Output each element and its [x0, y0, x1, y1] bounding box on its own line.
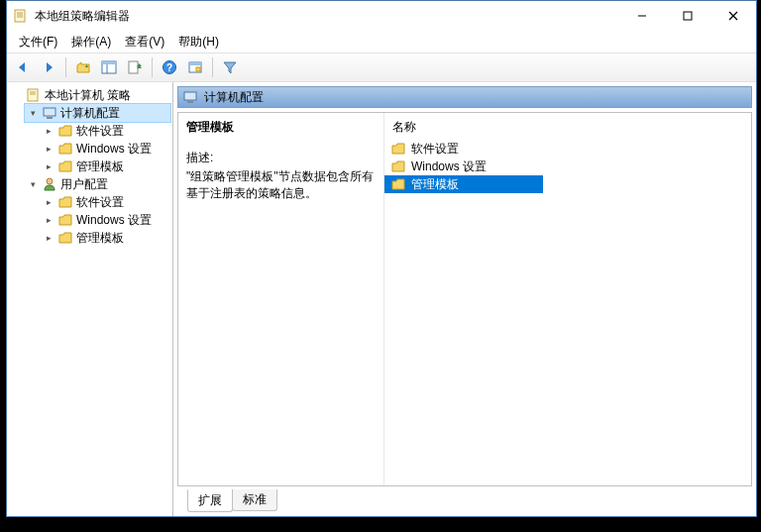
folder-icon — [57, 194, 73, 210]
title-bar: 本地组策略编辑器 — [7, 1, 756, 31]
chevron-right-icon[interactable]: ▸ — [43, 160, 54, 172]
menu-action[interactable]: 操作(A) — [65, 32, 117, 53]
list-item[interactable]: Windows 设置 — [384, 158, 751, 175]
chevron-down-icon[interactable]: ▾ — [27, 107, 39, 119]
column-header-name[interactable]: 名称 — [384, 115, 751, 140]
list-item-label: 软件设置 — [411, 141, 459, 158]
list-item-label: Windows 设置 — [411, 159, 487, 175]
detail-tabs: 扩展 标准 — [177, 490, 752, 512]
menu-bar: 文件(F) 操作(A) 查看(V) 帮助(H) — [7, 31, 756, 53]
detail-description-pane: 管理模板 描述: "组策略管理模板"节点数据包含所有基于注册表的策略信息。 — [178, 113, 384, 485]
tree-user-config[interactable]: ▾ 用户配置 — [25, 175, 170, 193]
export-button[interactable] — [123, 55, 147, 79]
svg-rect-23 — [184, 92, 196, 100]
minimize-button[interactable] — [619, 1, 665, 31]
detail-header-label: 计算机配置 — [204, 89, 264, 106]
up-button[interactable] — [71, 55, 95, 79]
close-button[interactable] — [710, 1, 756, 31]
policy-icon — [26, 87, 42, 103]
app-window: 本地组策略编辑器 文件(F) 操作(A) 查看(V) 帮助(H) — [6, 0, 757, 517]
list-item-label: 管理模板 — [411, 176, 459, 193]
tree-root[interactable]: ▸ 本地计算机 策略 — [9, 86, 170, 104]
description-label: 描述: — [186, 150, 376, 166]
computer-icon — [42, 105, 57, 121]
tree-software-settings[interactable]: ▸ 软件设置 — [41, 122, 170, 140]
list-item[interactable]: 管理模板 — [384, 175, 543, 193]
tree-label: Windows 设置 — [76, 141, 152, 158]
tree-windows-settings[interactable]: ▸ Windows 设置 — [41, 140, 170, 158]
menu-file[interactable]: 文件(F) — [13, 32, 63, 53]
user-icon — [42, 176, 57, 192]
window-title: 本地组策略编辑器 — [35, 8, 130, 25]
computer-icon — [182, 89, 198, 105]
tree-label: 用户配置 — [60, 176, 108, 193]
detail-list-pane: 名称 软件设置 Windows 设置 — [384, 113, 751, 485]
tree-user-admin-templates[interactable]: ▸ 管理模板 — [41, 229, 170, 247]
chevron-down-icon[interactable]: ▾ — [27, 178, 39, 190]
back-button[interactable] — [11, 55, 35, 79]
detail-pane: 计算机配置 管理模板 描述: "组策略管理模板"节点数据包含所有基于注册表的策略… — [173, 82, 756, 516]
folder-icon — [390, 141, 406, 157]
tab-extended[interactable]: 扩展 — [187, 489, 233, 512]
tree-user-software-settings[interactable]: ▸ 软件设置 — [41, 193, 170, 211]
detail-body: 管理模板 描述: "组策略管理模板"节点数据包含所有基于注册表的策略信息。 名称… — [177, 112, 752, 486]
toolbar-separator — [212, 57, 213, 77]
tree-user-windows-settings[interactable]: ▸ Windows 设置 — [41, 211, 170, 229]
show-hide-tree-button[interactable] — [97, 55, 121, 79]
tree-label: 管理模板 — [76, 230, 124, 247]
chevron-right-icon[interactable]: ▸ — [43, 214, 54, 226]
chevron-right-icon[interactable]: ▸ — [43, 143, 54, 155]
body: ▸ 本地计算机 策略 ▾ — [7, 82, 756, 516]
chevron-right-icon[interactable]: ▸ — [43, 232, 54, 244]
detail-header: 计算机配置 — [177, 86, 752, 108]
tree-admin-templates[interactable]: ▸ 管理模板 — [41, 158, 170, 175]
folder-icon — [57, 230, 73, 246]
window-controls — [619, 1, 756, 31]
toolbar: ? — [7, 53, 756, 82]
svg-rect-24 — [187, 101, 193, 103]
menu-view[interactable]: 查看(V) — [119, 32, 170, 53]
svg-rect-15 — [189, 62, 201, 65]
maximize-button[interactable] — [665, 1, 710, 31]
app-icon — [13, 8, 29, 24]
tab-standard[interactable]: 标准 — [232, 489, 277, 511]
properties-button[interactable] — [183, 55, 207, 79]
tree-computer-config[interactable]: ▾ 计算机配置 — [25, 104, 170, 122]
tree-label: Windows 设置 — [76, 212, 152, 229]
list-item[interactable]: 软件设置 — [384, 140, 751, 158]
svg-point-22 — [47, 178, 53, 184]
svg-text:?: ? — [166, 62, 172, 73]
chevron-right-icon[interactable]: ▸ — [43, 196, 54, 208]
tree-label: 软件设置 — [76, 194, 124, 211]
svg-rect-20 — [44, 108, 55, 116]
svg-rect-17 — [28, 89, 38, 101]
toolbar-separator — [152, 57, 153, 77]
tree-label: 本地计算机 策略 — [45, 87, 131, 104]
detail-heading: 管理模板 — [186, 119, 376, 136]
tree-label: 软件设置 — [76, 123, 124, 140]
forward-button[interactable] — [37, 55, 60, 79]
svg-rect-0 — [15, 10, 25, 22]
tree-label: 管理模板 — [76, 159, 124, 175]
folder-icon — [57, 212, 73, 228]
folder-icon — [57, 141, 73, 157]
svg-rect-9 — [102, 61, 116, 64]
svg-rect-5 — [684, 12, 692, 20]
svg-rect-16 — [196, 67, 200, 71]
svg-rect-11 — [129, 61, 138, 73]
menu-help[interactable]: 帮助(H) — [172, 32, 225, 53]
svg-rect-21 — [47, 117, 53, 119]
description-text: "组策略管理模板"节点数据包含所有基于注册表的策略信息。 — [186, 168, 376, 202]
filter-button[interactable] — [218, 55, 242, 79]
folder-icon — [57, 159, 73, 174]
toolbar-separator — [65, 57, 66, 77]
chevron-right-icon[interactable]: ▸ — [43, 125, 54, 137]
folder-icon — [57, 123, 73, 139]
folder-icon — [390, 159, 406, 174]
folder-icon — [390, 176, 406, 192]
tree-label: 计算机配置 — [60, 105, 120, 122]
help-button[interactable]: ? — [158, 55, 181, 79]
tree-pane[interactable]: ▸ 本地计算机 策略 ▾ — [7, 82, 173, 516]
